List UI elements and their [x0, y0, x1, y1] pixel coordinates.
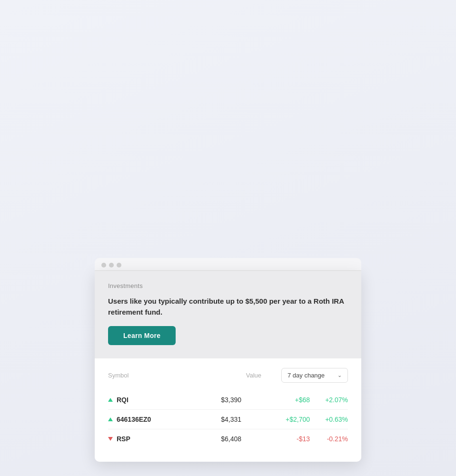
symbol-cell: 646136EZ0	[108, 416, 184, 423]
symbol-label: 646136EZ0	[117, 416, 151, 423]
value-cell: $4,331	[184, 416, 241, 423]
trend-down-icon	[108, 437, 113, 441]
table-header: Symbol Value 7 day change ⌄	[108, 368, 348, 383]
pct-cell: +2.07%	[310, 396, 348, 404]
trend-up-icon	[108, 398, 113, 402]
window-dot-1	[101, 263, 106, 268]
promo-section: Investments Users like you typically con…	[95, 271, 361, 358]
symbol-label: RQI	[117, 396, 129, 404]
trend-up-icon	[108, 417, 113, 421]
pct-cell: -0.21%	[310, 435, 348, 443]
change-period-dropdown[interactable]: 7 day change ⌄	[281, 368, 348, 383]
change-cell: +$68	[241, 396, 310, 404]
table-section: Symbol Value 7 day change ⌄ RQI$3,390+$6…	[95, 358, 361, 462]
window-container: Investments Users like you typically con…	[95, 258, 361, 462]
value-cell: $6,408	[184, 435, 241, 443]
window-dot-2	[109, 263, 114, 268]
table-row: RSP$6,408-$13-0.21%	[108, 429, 348, 448]
change-cell: +$2,700	[241, 416, 310, 423]
change-cell: -$13	[241, 435, 310, 443]
value-cell: $3,390	[184, 396, 241, 404]
dropdown-label: 7 day change	[287, 372, 325, 379]
learn-more-button[interactable]: Learn More	[108, 326, 176, 345]
column-symbol-header: Symbol	[108, 372, 184, 379]
table-row: RQI$3,390+$68+2.07%	[108, 390, 348, 409]
promo-title: Investments	[108, 282, 348, 289]
pct-cell: +0.63%	[310, 416, 348, 423]
table-row: 646136EZ0$4,331+$2,700+0.63%	[108, 409, 348, 429]
symbol-label: RSP	[117, 435, 130, 443]
table-body: RQI$3,390+$68+2.07%646136EZ0$4,331+$2,70…	[108, 390, 348, 448]
symbol-cell: RQI	[108, 396, 184, 404]
chevron-down-icon: ⌄	[337, 372, 342, 378]
window-dot-3	[117, 263, 121, 268]
window-chrome	[95, 258, 361, 271]
column-value-header: Value	[204, 372, 261, 379]
promo-text: Users like you typically contribute up t…	[108, 296, 348, 317]
symbol-cell: RSP	[108, 435, 184, 443]
main-card: Investments Users like you typically con…	[95, 271, 361, 462]
